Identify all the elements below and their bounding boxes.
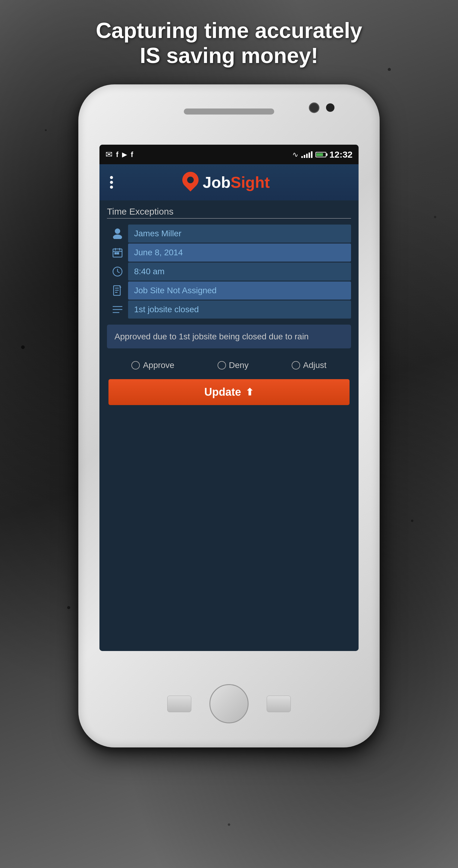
headline-line2: IS saving money! [24, 43, 434, 68]
phone-back-button[interactable] [167, 695, 191, 712]
section-title: Time Exceptions [107, 207, 351, 217]
logo-sight: Sight [230, 173, 270, 191]
app-screen: Job Sight Time Exceptions [99, 164, 359, 651]
headline-line1: Capturing time accurately [24, 18, 434, 43]
menu-dot-3 [110, 186, 113, 189]
person-row: James Miller [107, 224, 351, 243]
status-bar: ✉ f ▶ f ∿ [99, 145, 359, 164]
phone-camera [309, 102, 319, 113]
logo-pin-icon [182, 172, 200, 193]
app-logo: Job Sight [182, 172, 270, 193]
date-value[interactable]: June 8, 2014 [128, 244, 351, 261]
app-content: Time Exceptions James Miller [99, 200, 359, 651]
update-button[interactable]: Update ⬆ [108, 379, 350, 405]
date-row: June 8, 2014 [107, 244, 351, 261]
svg-rect-6 [115, 253, 116, 254]
mail-icon: ✉ [105, 150, 112, 159]
status-time: 12:32 [329, 150, 353, 160]
clock-icon [107, 267, 128, 277]
radio-circle-approve[interactable] [131, 361, 140, 370]
phone-recent-button[interactable] [267, 695, 291, 712]
signal-icon [301, 151, 313, 158]
phone-device: ✉ f ▶ f ∿ [78, 84, 380, 747]
pin-inner [187, 177, 194, 183]
svg-line-10 [118, 272, 120, 273]
document-icon [107, 285, 128, 296]
svg-rect-7 [117, 253, 119, 254]
time-row: 8:40 am [107, 262, 351, 281]
youtube-icon: ▶ [122, 151, 127, 158]
menu-dot-1 [110, 176, 113, 179]
phone-bottom-bar [167, 684, 291, 723]
phone-speaker [184, 108, 274, 115]
jobsite-value[interactable]: Job Site Not Assigned [128, 281, 351, 300]
svg-point-1 [113, 235, 122, 239]
facebook2-icon: f [131, 150, 133, 159]
logo-text: Job Sight [203, 173, 270, 191]
radio-adjust-label: Adjust [303, 361, 327, 370]
wifi-icon: ∿ [292, 150, 298, 159]
radio-adjust[interactable]: Adjust [292, 361, 327, 370]
status-left-icons: ✉ f ▶ f [105, 150, 133, 159]
person-value[interactable]: James Miller [128, 224, 351, 243]
radio-approve[interactable]: Approve [131, 361, 174, 370]
facebook-icon: f [116, 150, 119, 159]
notes-row: 1st jobsite closed [107, 301, 351, 318]
battery-icon [316, 152, 326, 157]
person-icon [107, 228, 128, 239]
jobsite-row: Job Site Not Assigned [107, 281, 351, 300]
svg-point-0 [115, 228, 120, 234]
app-header: Job Sight [99, 164, 359, 200]
menu-dot-2 [110, 181, 113, 184]
list-icon [107, 305, 128, 314]
radio-group: Approve Deny Adjust [107, 354, 351, 376]
radio-deny-label: Deny [229, 361, 249, 370]
notes-value[interactable]: 1st jobsite closed [128, 301, 351, 318]
phone-body: ✉ f ▶ f ∿ [78, 84, 380, 747]
radio-approve-label: Approve [143, 361, 174, 370]
radio-circle-deny[interactable] [218, 361, 226, 370]
menu-button[interactable] [107, 173, 116, 192]
notes-box: Approved due to 1st jobsite being closed… [107, 324, 351, 348]
status-right-area: ∿ 12:32 [292, 150, 353, 160]
logo-job: Job [203, 173, 230, 191]
headline-text: Capturing time accurately IS saving mone… [0, 18, 458, 68]
phone-screen: ✉ f ▶ f ∿ [99, 145, 359, 651]
time-value[interactable]: 8:40 am [128, 262, 351, 281]
phone-camera-sensor [326, 103, 334, 112]
upload-icon: ⬆ [246, 386, 254, 398]
calendar-icon [107, 247, 128, 258]
radio-circle-adjust[interactable] [292, 361, 300, 370]
update-button-label: Update [204, 386, 241, 398]
phone-home-button[interactable] [209, 684, 249, 723]
radio-deny[interactable]: Deny [218, 361, 249, 370]
